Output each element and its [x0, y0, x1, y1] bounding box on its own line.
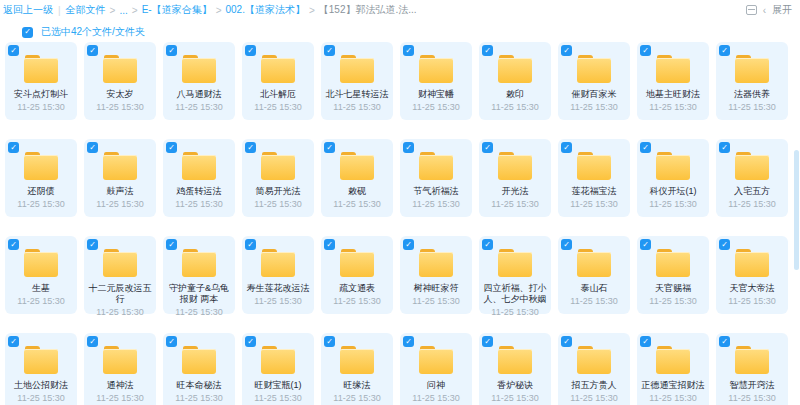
item-checkbox[interactable]	[561, 239, 572, 250]
folder-item[interactable]: 安太岁 11-25 15:30	[84, 42, 156, 120]
folder-item[interactable]: 天官赐福 11-25 15:30	[637, 236, 709, 314]
folder-item[interactable]: 旺本命秘法 11-25 15:30	[163, 333, 235, 405]
item-checkbox[interactable]	[166, 239, 177, 250]
item-checkbox[interactable]	[719, 336, 730, 347]
folder-item[interactable]: 旺财宝瓶(1) 11-25 15:30	[242, 333, 314, 405]
folder-name: 八马通财法	[163, 89, 235, 100]
item-checkbox[interactable]	[482, 336, 493, 347]
folder-item[interactable]: 生基 11-25 15:30	[5, 236, 77, 314]
vertical-scrollbar[interactable]	[794, 150, 799, 270]
select-all-checkbox[interactable]	[22, 27, 33, 38]
folder-icon	[261, 152, 295, 180]
folder-icon	[656, 346, 690, 374]
folder-item[interactable]: 入宅五方 11-25 15:30	[716, 139, 788, 217]
item-checkbox[interactable]	[561, 45, 572, 56]
breadcrumb-all-files[interactable]: 全部文件	[66, 3, 106, 17]
item-checkbox[interactable]	[245, 239, 256, 250]
item-checkbox[interactable]	[482, 142, 493, 153]
expand-button[interactable]: 展开	[772, 3, 792, 17]
item-checkbox[interactable]	[245, 45, 256, 56]
folder-date: 11-25 15:30	[84, 199, 156, 209]
folder-icon	[498, 346, 532, 374]
item-checkbox[interactable]	[482, 239, 493, 250]
breadcrumb-back-link[interactable]: 返回上一级	[3, 3, 53, 17]
breadcrumb-folder-fashu[interactable]: 002.【道家法术】	[225, 3, 304, 17]
folder-item[interactable]: 疏文通表 11-25 15:30	[321, 236, 393, 314]
folder-item[interactable]: 财神宝幡 11-25 15:30	[400, 42, 472, 120]
item-checkbox[interactable]	[166, 336, 177, 347]
item-checkbox[interactable]	[640, 336, 651, 347]
folder-item[interactable]: 北斗七星转运法 11-25 15:30	[321, 42, 393, 120]
item-checkbox[interactable]	[719, 45, 730, 56]
folder-name: 旺缘法	[321, 380, 393, 391]
folder-item[interactable]: 香炉秘诀 11-25 15:30	[479, 333, 551, 405]
folder-item[interactable]: 通神法 11-25 15:30	[84, 333, 156, 405]
item-checkbox[interactable]	[166, 45, 177, 56]
item-checkbox[interactable]	[403, 45, 414, 56]
folder-item[interactable]: 莲花福宝法 11-25 15:30	[558, 139, 630, 217]
folder-item[interactable]: 简易开光法 11-25 15:30	[242, 139, 314, 217]
item-checkbox[interactable]	[166, 142, 177, 153]
folder-item[interactable]: 天官大帝法 11-25 15:30	[716, 236, 788, 314]
item-checkbox[interactable]	[561, 142, 572, 153]
item-checkbox[interactable]	[8, 45, 19, 56]
folder-item[interactable]: 八马通财法 11-25 15:30	[163, 42, 235, 120]
item-checkbox[interactable]	[8, 336, 19, 347]
folder-item[interactable]: 鸡蛋转运法 11-25 15:30	[163, 139, 235, 217]
folder-name: 通神法	[84, 380, 156, 391]
item-checkbox[interactable]	[8, 142, 19, 153]
item-checkbox[interactable]	[640, 142, 651, 153]
view-toggle-icon[interactable]	[746, 5, 757, 15]
folder-item[interactable]: 泰山石 11-25 15:30	[558, 236, 630, 314]
item-checkbox[interactable]	[719, 239, 730, 250]
folder-item[interactable]: 守护童子&乌龟报财 两本 11-25 15:30	[163, 236, 235, 314]
item-checkbox[interactable]	[87, 239, 98, 250]
folder-item[interactable]: 开光法 11-25 15:30	[479, 139, 551, 217]
folder-item[interactable]: 地基主旺财法 11-25 15:30	[637, 42, 709, 120]
folder-item[interactable]: 法器供养 11-25 15:30	[716, 42, 788, 120]
item-checkbox[interactable]	[8, 239, 19, 250]
folder-item[interactable]: 北斗解厄 11-25 15:30	[242, 42, 314, 120]
folder-item[interactable]: 正德通宝招财法 11-25 15:30	[637, 333, 709, 405]
folder-item[interactable]: 还阴债 11-25 15:30	[5, 139, 77, 217]
item-checkbox[interactable]	[245, 336, 256, 347]
folder-item[interactable]: 安斗点灯制斗 11-25 15:30	[5, 42, 77, 120]
item-checkbox[interactable]	[640, 45, 651, 56]
breadcrumb-separator: >	[309, 5, 315, 16]
folder-item[interactable]: 四立祈福、打小人、七夕中秋姻缘 11-25 15:30	[479, 236, 551, 314]
folder-item[interactable]: 智慧开窍法 11-25 15:30	[716, 333, 788, 405]
item-checkbox[interactable]	[403, 336, 414, 347]
item-checkbox[interactable]	[87, 142, 98, 153]
item-checkbox[interactable]	[640, 239, 651, 250]
folder-item[interactable]: 旺缘法 11-25 15:30	[321, 333, 393, 405]
folder-item[interactable]: 招五方贵人 11-25 15:30	[558, 333, 630, 405]
folder-item[interactable]: 树神旺家符 11-25 15:30	[400, 236, 472, 314]
item-checkbox[interactable]	[561, 336, 572, 347]
item-checkbox[interactable]	[324, 239, 335, 250]
item-checkbox[interactable]	[719, 142, 730, 153]
item-checkbox[interactable]	[324, 336, 335, 347]
folder-item[interactable]: 鼓声法 11-25 15:30	[84, 139, 156, 217]
folder-item[interactable]: 寿生莲花改运法 11-25 15:30	[242, 236, 314, 314]
folder-item[interactable]: 敕砚 11-25 15:30	[321, 139, 393, 217]
folder-icon	[735, 152, 769, 180]
item-checkbox[interactable]	[324, 142, 335, 153]
item-checkbox[interactable]	[403, 239, 414, 250]
folder-item[interactable]: 科仪开坛(1) 11-25 15:30	[637, 139, 709, 217]
folder-date: 11-25 15:30	[163, 393, 235, 403]
folder-item[interactable]: 催财百家米 11-25 15:30	[558, 42, 630, 120]
item-checkbox[interactable]	[324, 45, 335, 56]
folder-name: 泰山石	[558, 283, 630, 294]
breadcrumb-folder-collection[interactable]: E-【道家合集】	[142, 3, 212, 17]
item-checkbox[interactable]	[87, 336, 98, 347]
folder-item[interactable]: 十二元辰改运五行 11-25 15:30	[84, 236, 156, 314]
folder-item[interactable]: 土地公招财法 11-25 15:30	[5, 333, 77, 405]
item-checkbox[interactable]	[87, 45, 98, 56]
item-checkbox[interactable]	[403, 142, 414, 153]
folder-item[interactable]: 节气祈福法 11-25 15:30	[400, 139, 472, 217]
folder-item[interactable]: 敕印 11-25 15:30	[479, 42, 551, 120]
folder-item[interactable]: 问神 11-25 15:30	[400, 333, 472, 405]
item-checkbox[interactable]	[482, 45, 493, 56]
item-checkbox[interactable]	[245, 142, 256, 153]
breadcrumb-ellipsis[interactable]: ...	[119, 5, 127, 16]
